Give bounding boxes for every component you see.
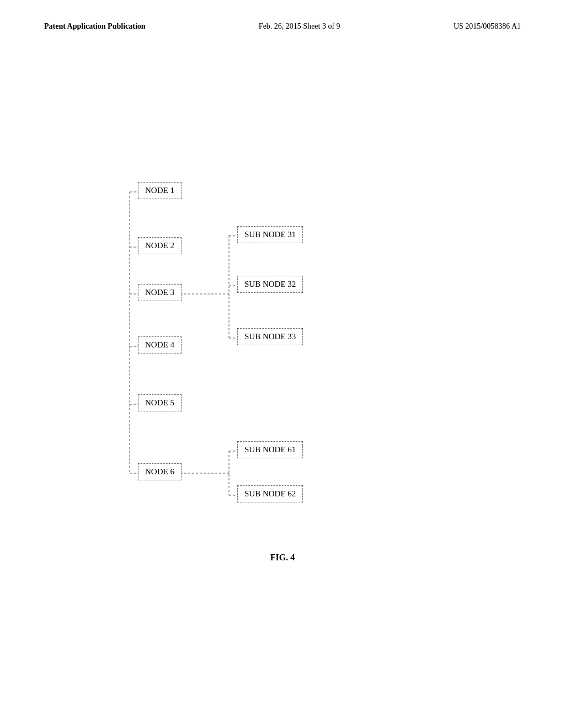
node4-box: NODE 4 (138, 336, 182, 354)
subnode31-box: SUB NODE 31 (237, 226, 303, 243)
node6-box: NODE 6 (138, 463, 182, 480)
subnode62-box: SUB NODE 62 (237, 485, 303, 502)
subnode33-box: SUB NODE 33 (237, 328, 303, 345)
node2-box: NODE 2 (138, 237, 182, 254)
figure-caption: FIG. 4 (0, 553, 565, 563)
patent-number-label: US 2015/0058386 A1 (454, 22, 521, 31)
date-sheet-label: Feb. 26, 2015 Sheet 3 of 9 (259, 22, 340, 31)
node5-box: NODE 5 (138, 394, 182, 411)
subnode61-box: SUB NODE 61 (237, 441, 303, 458)
page-header: Patent Application Publication Feb. 26, … (0, 22, 565, 31)
diagram-area: NODE 1 NODE 2 NODE 3 NODE 4 NODE 5 NODE … (110, 165, 469, 552)
node1-box: NODE 1 (138, 182, 182, 199)
subnode32-box: SUB NODE 32 (237, 276, 303, 293)
publication-label: Patent Application Publication (44, 22, 146, 31)
node3-box: NODE 3 (138, 284, 182, 301)
